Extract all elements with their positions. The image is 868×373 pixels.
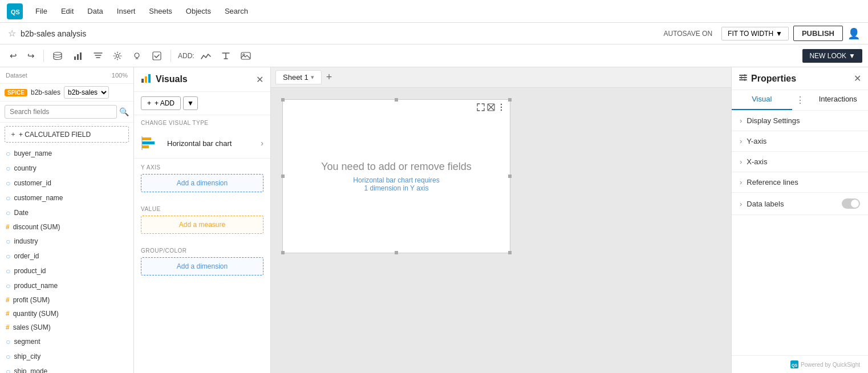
- calculated-field-button[interactable]: ＋ + CALCULATED FIELD: [5, 126, 129, 143]
- list-item[interactable]: # discount (SUM): [0, 220, 133, 234]
- redo-button[interactable]: ↪: [23, 48, 39, 64]
- list-item[interactable]: ○ country: [0, 161, 133, 176]
- chevron-down-icon: ▼: [776, 30, 782, 38]
- list-item[interactable]: ○ customer_name: [0, 190, 133, 205]
- visuals-close-button[interactable]: ✕: [256, 74, 263, 85]
- data-labels-section: › Data labels: [732, 193, 868, 215]
- visual-type-selector[interactable]: Horizontal bar chart ›: [134, 128, 270, 159]
- properties-close-button[interactable]: ✕: [854, 73, 861, 84]
- y-axis-section: Y AXIS Add a dimension: [134, 159, 270, 200]
- add-visual-button[interactable]: + + ADD: [141, 96, 181, 110]
- app-logo: QS: [7, 3, 23, 19]
- list-item[interactable]: ○ order_id: [0, 249, 133, 263]
- tab-visual[interactable]: Visual: [732, 90, 792, 110]
- autosave-status: AUTOSAVE ON: [663, 30, 712, 38]
- add-image-button[interactable]: [237, 48, 255, 63]
- resize-handle-bc[interactable]: [395, 251, 398, 254]
- search-button[interactable]: 🔍: [119, 107, 129, 116]
- nav-search[interactable]: Search: [224, 5, 249, 18]
- field-name: profit (SUM): [13, 296, 50, 304]
- y-axis-drop-zone[interactable]: Add a dimension: [141, 174, 263, 192]
- y-axis-row[interactable]: › Y-axis: [732, 131, 868, 151]
- new-look-button[interactable]: NEW LOOK ▼: [802, 49, 862, 63]
- resize-handle-br[interactable]: [508, 251, 512, 254]
- resize-handle-tc[interactable]: [395, 98, 398, 102]
- field-name: customer_name: [14, 194, 63, 202]
- fit-to-width-button[interactable]: FIT TO WIDTH ▼: [721, 27, 789, 40]
- list-item[interactable]: ○ industry: [0, 234, 133, 249]
- visual-focus-button[interactable]: [477, 103, 485, 113]
- list-item[interactable]: # sales (SUM): [0, 321, 133, 334]
- list-item[interactable]: ○ customer_id: [0, 176, 133, 190]
- user-icon[interactable]: 👤: [847, 27, 860, 40]
- resize-handle-mr[interactable]: [508, 175, 512, 178]
- sheet-canvas: You need to add or remove fields Horizon…: [271, 88, 731, 373]
- visuals-title: Visuals: [156, 74, 253, 84]
- visual-expand-button[interactable]: [487, 103, 495, 113]
- display-settings-row[interactable]: › Display Settings: [732, 111, 868, 131]
- chevron-right-icon: ›: [740, 200, 742, 208]
- list-item[interactable]: ○ Date: [0, 205, 133, 220]
- nav-edit[interactable]: Edit: [60, 5, 75, 18]
- publish-button[interactable]: PUBLISH: [793, 26, 843, 41]
- tab-interactions[interactable]: Interactions: [808, 90, 869, 110]
- list-item[interactable]: # quantity (SUM): [0, 307, 133, 321]
- resize-handle-ml[interactable]: [281, 175, 285, 178]
- svg-rect-12: [145, 76, 147, 83]
- data-labels-toggle[interactable]: [842, 198, 860, 209]
- list-item[interactable]: ○ segment: [0, 334, 133, 349]
- x-axis-label: X-axis: [747, 157, 860, 166]
- sheet-tab-1[interactable]: Sheet 1 ▾: [275, 70, 322, 84]
- dataset-icon-button[interactable]: [48, 48, 67, 64]
- search-input[interactable]: [5, 105, 117, 119]
- add-text-button[interactable]: [217, 48, 234, 63]
- field-name: product_name: [14, 282, 58, 290]
- svg-point-21: [501, 110, 502, 111]
- add-sheet-button[interactable]: +: [324, 71, 335, 83]
- favorite-icon[interactable]: ☆: [8, 28, 16, 39]
- dimension-icon: ○: [6, 164, 10, 173]
- list-item[interactable]: ○ buyer_name: [0, 146, 133, 161]
- add-dropdown-button[interactable]: ▼: [183, 96, 198, 110]
- value-drop-zone[interactable]: Add a measure: [141, 216, 263, 234]
- nav-insert[interactable]: Insert: [116, 5, 137, 18]
- chart-icon-button[interactable]: [69, 48, 87, 64]
- field-list: ○ buyer_name ○ country ○ customer_id ○ c…: [0, 146, 133, 373]
- reference-lines-row[interactable]: › Reference lines: [732, 172, 868, 192]
- properties-header: Properties ✕: [732, 67, 868, 90]
- resize-handle-tl[interactable]: [281, 98, 285, 102]
- nav-data[interactable]: Data: [86, 5, 104, 18]
- svg-rect-16: [142, 145, 149, 148]
- chevron-down-icon-new-look: ▼: [849, 52, 855, 60]
- resize-handle-tr[interactable]: [508, 98, 512, 102]
- dimension-icon: ○: [6, 281, 10, 290]
- nav-sheets[interactable]: Sheets: [148, 5, 173, 18]
- x-axis-row[interactable]: › X-axis: [732, 152, 868, 172]
- dataset-dropdown[interactable]: b2b-sales: [64, 86, 109, 99]
- list-item[interactable]: ○ product_id: [0, 263, 133, 278]
- visual-toolbar: [477, 103, 505, 113]
- filter-icon-button[interactable]: [90, 48, 107, 63]
- settings-icon-button[interactable]: [109, 48, 126, 63]
- list-item[interactable]: ○ product_name: [0, 278, 133, 293]
- add-label: ADD:: [178, 52, 194, 60]
- group-color-drop-zone[interactable]: Add a dimension: [141, 257, 263, 275]
- toolbar-separator-1: [43, 50, 44, 62]
- custom-visual-icon-button[interactable]: [148, 48, 166, 64]
- visual-menu-button[interactable]: [497, 103, 505, 113]
- data-labels-row[interactable]: › Data labels: [732, 193, 868, 214]
- field-name: Date: [14, 209, 28, 217]
- property-tabs: Visual ⋮ Interactions: [732, 90, 868, 111]
- insight-icon-button[interactable]: [128, 48, 145, 63]
- list-item[interactable]: # profit (SUM): [0, 293, 133, 307]
- nav-objects[interactable]: Objects: [185, 5, 212, 18]
- list-item[interactable]: ○ ship_mode: [0, 364, 133, 373]
- add-line-button[interactable]: [197, 49, 215, 63]
- resize-handle-bl[interactable]: [281, 251, 285, 254]
- undo-button[interactable]: ↩: [6, 48, 21, 64]
- visual-tab-options[interactable]: ⋮: [792, 90, 808, 110]
- list-item[interactable]: ○ ship_city: [0, 349, 133, 364]
- dataset-name: b2b-sales: [31, 88, 60, 96]
- nav-file[interactable]: File: [34, 5, 48, 18]
- properties-title: Properties: [751, 74, 850, 84]
